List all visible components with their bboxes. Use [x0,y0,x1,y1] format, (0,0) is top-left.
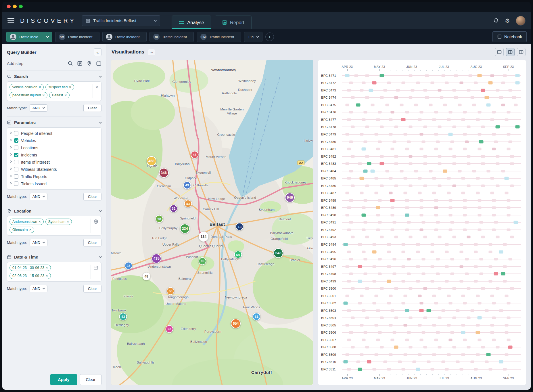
timeline-block[interactable] [490,192,494,194]
timeline-block[interactable] [438,184,442,187]
timeline-block[interactable] [362,251,365,253]
timeline-block[interactable] [452,89,456,91]
chip-remove-icon[interactable]: × [46,265,48,270]
timeline-row[interactable]: BFC 3471 [321,72,523,79]
timeline-block[interactable] [459,265,463,268]
date-range-chip[interactable]: 02-06-23 - 15-09-23× [9,273,51,279]
notifications-bell-icon[interactable] [493,18,499,24]
timeline-block[interactable] [409,236,413,238]
timeline-block[interactable] [459,280,463,282]
timeline-block[interactable] [363,169,367,173]
timeline-row[interactable]: BFC 3481 [321,145,523,153]
search-term-chip[interactable]: vehicle collision× [9,84,44,90]
timeline-block[interactable] [478,302,481,305]
timeline-block[interactable] [463,339,467,341]
map-visualisation[interactable]: NewtownabbeyHyde ParkGlengormleyWhiteabb… [111,60,313,385]
timeline-block[interactable] [481,184,485,187]
timeline-block[interactable] [449,111,453,114]
timeline-block[interactable] [378,258,382,261]
layout-grid-button[interactable] [517,48,526,56]
timeline-block[interactable] [376,309,380,312]
timeline-block[interactable] [423,287,427,290]
timeline-block[interactable] [351,317,354,319]
timeline-block[interactable] [507,214,510,216]
timeline-block[interactable] [510,184,514,187]
timeline-block[interactable] [423,126,427,128]
timeline-block[interactable] [432,192,436,194]
timeline-block[interactable] [480,258,483,261]
timeline-block[interactable] [490,118,494,121]
timeline-block[interactable] [392,331,396,334]
timeline-block[interactable] [416,280,420,282]
timeline-row[interactable]: BFC 3488 [321,197,523,204]
timeline-row[interactable]: BFC 3473 [321,87,523,94]
timeline-block[interactable] [403,177,407,180]
timeline-row[interactable]: BFC 3482 [321,153,523,160]
chip-remove-icon[interactable]: × [29,227,32,232]
timeline-block[interactable] [391,309,394,312]
map-cluster-marker[interactable]: 45 [191,151,198,158]
map-cluster-marker[interactable]: 54 [234,251,242,259]
parametric-item[interactable]: Locations [10,144,99,151]
tab-report[interactable]: Report [215,16,252,29]
timeline-block[interactable] [374,353,378,356]
timeline-row[interactable]: BFC 3502 [321,299,523,307]
timeline-block[interactable] [405,228,409,231]
timeline-block[interactable] [361,213,366,217]
timeline-block[interactable] [481,155,485,158]
timeline-block[interactable] [431,243,434,246]
timeline-block[interactable] [380,155,384,158]
timeline-block[interactable] [456,309,460,312]
map-cluster-marker[interactable]: 43 [184,200,192,208]
timeline-block[interactable] [423,317,427,319]
timeline-block[interactable] [463,111,467,114]
timeline-block[interactable] [356,103,360,106]
timeline-block[interactable] [431,251,434,253]
timeline-block[interactable] [505,353,509,356]
timeline-block[interactable] [351,126,354,128]
timeline-block[interactable] [365,317,369,319]
timeline-block[interactable] [420,302,423,305]
timeline-block[interactable] [418,324,421,326]
add-step-datetime-icon[interactable] [96,61,101,66]
timeline-block[interactable] [351,184,354,187]
timeline-block[interactable] [440,96,443,99]
timeline-block[interactable] [418,353,421,356]
search-match-type-select[interactable]: AND [30,104,47,112]
timeline-block[interactable] [347,309,351,312]
timeline-block[interactable] [476,118,480,121]
timeline-block[interactable] [452,155,456,158]
timeline-block[interactable] [488,81,492,85]
timeline-block[interactable] [402,243,405,246]
clear-all-button[interactable]: Clear [80,374,101,385]
timeline-block[interactable] [379,74,384,77]
map-cluster-marker[interactable]: 543 [273,248,283,258]
timeline-block[interactable] [391,111,394,114]
timeline-row[interactable]: BFC 3505 [321,322,523,329]
timeline-block[interactable] [434,228,438,231]
timeline-block[interactable] [438,126,442,128]
timeline-block[interactable] [411,89,414,91]
timeline-block[interactable] [409,162,413,165]
timeline-block[interactable] [492,148,496,150]
timeline-block[interactable] [373,265,376,268]
timeline-block[interactable] [476,295,480,297]
timeline-block[interactable] [360,295,364,297]
timeline-block[interactable] [425,96,429,99]
timeline-block[interactable] [461,177,465,180]
timeline-block[interactable] [478,111,481,114]
timeline-block[interactable] [347,148,351,150]
timeline-row[interactable]: BFC 3478 [321,123,523,131]
checkbox[interactable] [14,131,18,135]
timeline-block[interactable] [349,170,353,172]
timeline-block[interactable] [354,74,358,77]
timeline-block[interactable] [432,324,436,326]
timeline-block[interactable] [363,111,367,114]
timeline-block[interactable] [458,104,461,106]
timeline-block[interactable] [507,199,510,202]
date-range-chip[interactable]: 01-04-23 - 30-06-23× [9,265,51,271]
timeline-block[interactable] [421,273,425,275]
user-avatar[interactable] [516,16,526,26]
timeline-block[interactable] [445,368,449,371]
expander-icon[interactable] [9,153,12,156]
